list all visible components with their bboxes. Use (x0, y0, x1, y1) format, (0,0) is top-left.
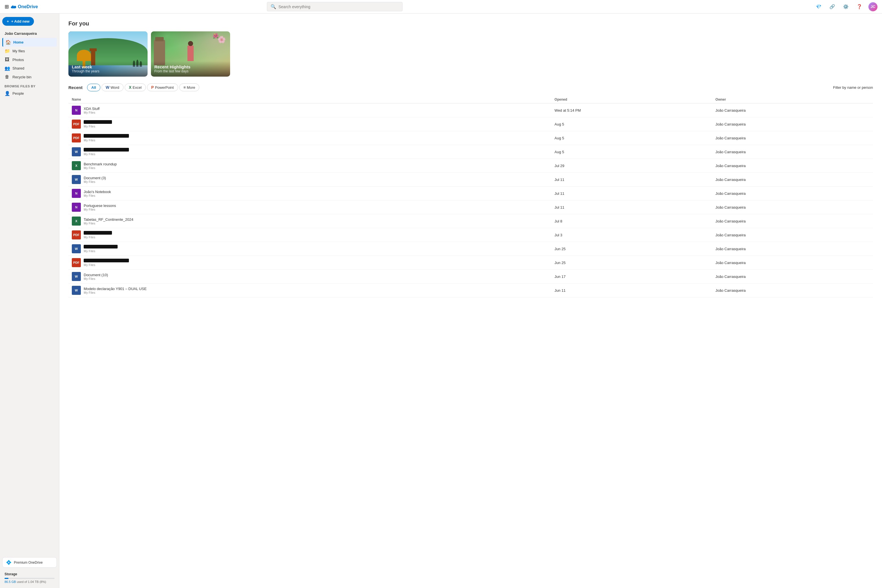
table-row[interactable]: WDocument (3)My FilesJul 11João Carrasqu… (68, 173, 873, 187)
file-name-container: João's NotebookMy Files (84, 190, 111, 197)
table-row[interactable]: NJoão's NotebookMy FilesJul 11João Carra… (68, 187, 873, 200)
file-opened: Jun 25 (551, 242, 712, 256)
col-name: Name (68, 96, 551, 104)
file-owner: João Carrasqueira (712, 173, 873, 187)
sidebar-item-shared[interactable]: 👥 Shared (2, 64, 57, 73)
file-name-text (84, 231, 112, 235)
file-owner: João Carrasqueira (712, 270, 873, 284)
sidebar-item-photos[interactable]: 🖼 Photos (2, 56, 57, 64)
filter-label[interactable]: Filter by name or person (833, 86, 873, 90)
tab-excel[interactable]: X Excel (124, 83, 146, 91)
table-row[interactable]: WMy FilesAug 5João Carrasqueira (68, 145, 873, 159)
sidebar-item-my-files-label: My files (12, 49, 25, 53)
sidebar-item-my-files[interactable]: 📁 My files (2, 46, 57, 56)
tab-all[interactable]: All (87, 84, 100, 91)
storage-label: Storage (4, 572, 54, 576)
file-icon: PDF (72, 134, 81, 142)
plus-icon: + (7, 19, 9, 24)
more-tab-icon: ≡ (183, 85, 186, 90)
sidebar-item-shared-label: Shared (12, 66, 24, 70)
file-name-container: My Files (84, 245, 118, 253)
file-name-container: My Files (84, 120, 112, 128)
file-opened: Jun 11 (551, 284, 712, 297)
help-icon[interactable]: ❓ (855, 2, 864, 11)
table-row[interactable]: XBenchmark roundupMy FilesJul 29João Car… (68, 159, 873, 173)
file-owner: João Carrasqueira (712, 214, 873, 228)
file-opened: Jul 11 (551, 173, 712, 187)
diamond-icon[interactable]: 💎 (814, 2, 823, 11)
file-icon: X (72, 161, 81, 170)
settings-icon[interactable]: ⚙️ (841, 2, 850, 11)
main-layout: + + Add new João Carrasqueira 🏠 Home 📁 M… (0, 14, 882, 588)
file-opened: Jun 25 (551, 256, 712, 270)
file-location: My Files (84, 291, 147, 294)
file-name-text: João's Notebook (84, 190, 111, 194)
file-opened: Jul 3 (551, 228, 712, 242)
table-row[interactable]: PDFMy FilesJul 3João Carrasqueira (68, 228, 873, 242)
premium-button[interactable]: 💠 Premium OneDrive (2, 557, 57, 568)
add-new-button[interactable]: + + Add new (2, 17, 34, 26)
file-name-container: Portuguese lessonsMy Files (84, 204, 116, 211)
memory-card-recent-highlights[interactable]: 🌸 🌺 Recent Highlights From the last few … (151, 32, 230, 76)
table-row[interactable]: NPortuguese lessonsMy FilesJul 11João Ca… (68, 200, 873, 214)
table-row[interactable]: WModelo declaração Y901 – DUAL USEMy Fil… (68, 284, 873, 297)
file-location: My Files (84, 277, 108, 280)
file-icon: X (72, 216, 81, 226)
storage-pct: (8%) (40, 580, 46, 584)
file-owner: João Carrasqueira (712, 104, 873, 117)
table-row[interactable]: PDFMy FilesJun 25João Carrasqueira (68, 256, 873, 270)
sidebar: + + Add new João Carrasqueira 🏠 Home 📁 M… (0, 14, 59, 588)
table-row[interactable]: WDocument (10)My FilesJun 17João Carrasq… (68, 270, 873, 284)
file-name-text: Portuguese lessons (84, 204, 116, 208)
photos-icon: 🖼 (4, 57, 10, 62)
table-row[interactable]: XTabelas_RF_Continente_2024My FilesJul 8… (68, 214, 873, 228)
memory-cards: Last week Through the years 🌸 (68, 32, 873, 76)
word-tab-icon: W (106, 85, 110, 90)
file-name-text (84, 120, 112, 124)
file-opened: Aug 5 (551, 131, 712, 145)
search-input[interactable] (279, 4, 399, 9)
excel-tab-icon: X (129, 85, 132, 90)
recycle-icon: 🗑 (4, 74, 10, 80)
file-location: My Files (84, 124, 112, 128)
col-owner: Owner (712, 96, 873, 104)
tab-more-label: More (187, 86, 195, 90)
file-table: Name Opened Owner NXDA StuffMy FilesWed … (68, 96, 873, 297)
file-name-container: Modelo declaração Y901 – DUAL USEMy File… (84, 286, 147, 294)
app-logo[interactable]: ⊞ OneDrive (4, 4, 61, 10)
avatar[interactable]: JC (868, 2, 878, 11)
file-icon: W (72, 244, 81, 253)
file-owner: João Carrasqueira (712, 117, 873, 131)
premium-label: Premium OneDrive (14, 561, 43, 564)
sidebar-item-people[interactable]: 👤 People (2, 89, 57, 98)
recent-label: Recent (68, 85, 82, 90)
tab-more[interactable]: ≡ More (179, 83, 200, 91)
file-location: My Files (84, 180, 106, 183)
storage-section: Storage 86.5 GB used of 1.04 TB (8%) (2, 571, 57, 585)
table-row[interactable]: NXDA StuffMy FilesWed at 5:14 PMJoão Car… (68, 104, 873, 117)
file-owner: João Carrasqueira (712, 284, 873, 297)
file-location: My Files (84, 249, 118, 253)
table-row[interactable]: PDFMy FilesAug 5João Carrasqueira (68, 131, 873, 145)
search-bar[interactable]: 🔍 (267, 2, 402, 11)
file-name-text: Tabelas_RF_Continente_2024 (84, 218, 134, 222)
storage-link[interactable]: 86.5 GB (4, 580, 16, 584)
app-grid-icon[interactable]: ⊞ (4, 4, 9, 10)
file-name-text (84, 148, 129, 152)
tab-powerpoint[interactable]: P PowerPoint (147, 83, 178, 91)
file-opened: Jul 11 (551, 187, 712, 200)
sidebar-item-home[interactable]: 🏠 Home (2, 38, 57, 46)
file-name-container: Benchmark roundupMy Files (84, 162, 117, 170)
file-name-text (84, 245, 118, 249)
file-opened: Aug 5 (551, 145, 712, 159)
tab-word[interactable]: W Word (102, 83, 123, 91)
sidebar-item-recycle-bin[interactable]: 🗑 Recycle bin (2, 73, 57, 81)
file-name-text: Document (10) (84, 273, 108, 277)
file-opened: Jul 8 (551, 214, 712, 228)
share-icon[interactable]: 🔗 (828, 2, 837, 11)
home-icon: 🏠 (5, 40, 10, 45)
memory-card-last-week[interactable]: Last week Through the years (68, 32, 148, 76)
table-row[interactable]: PDFMy FilesAug 5João Carrasqueira (68, 117, 873, 131)
memory-card-recent-highlights-sub: From the last few days (154, 69, 227, 73)
table-row[interactable]: WMy FilesJun 25João Carrasqueira (68, 242, 873, 256)
